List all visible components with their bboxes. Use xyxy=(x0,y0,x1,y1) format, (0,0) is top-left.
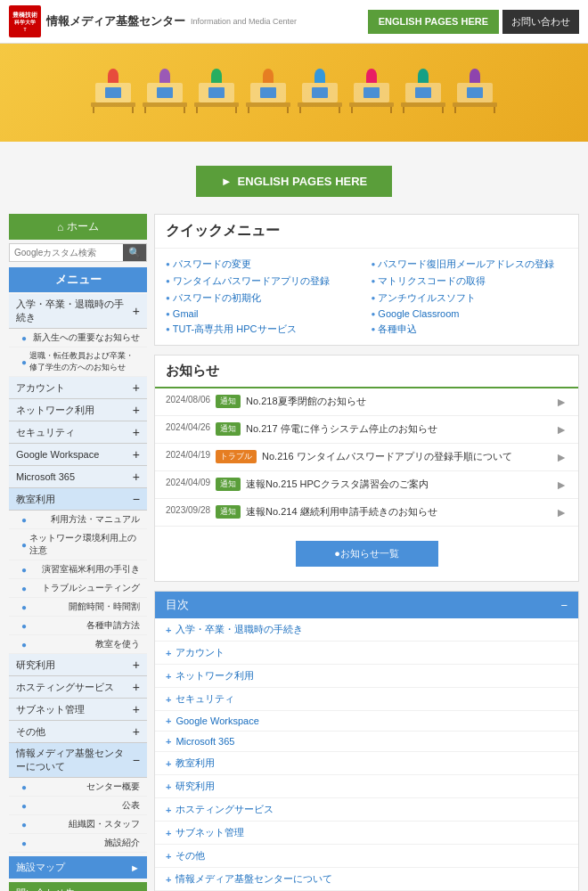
quick-menu-item-otp-register[interactable]: ワンタイムパスワードアプリの登録 xyxy=(166,273,363,290)
sidebar-item-seminar-guide[interactable]: ●演習室福米利用の手引き xyxy=(9,560,147,579)
sidebar-item-use-classroom[interactable]: ●教室を使う xyxy=(9,635,147,654)
news-date-3: 2024/04/19 xyxy=(166,450,210,460)
toc-section: 目次 − 入学・卒業・退職時の手続き アカウント ネットワーク利用 セキュリティ… xyxy=(154,591,579,891)
chevron-right-icon-map: ► xyxy=(130,862,140,873)
sidebar-item-application[interactable]: ●各種申請方法 xyxy=(9,617,147,635)
sidebar-section-about[interactable]: 情報メディア基盤センターについて − xyxy=(9,743,147,778)
sidebar-section-google[interactable]: Google Workspace + xyxy=(9,444,147,466)
sidebar-search-button[interactable]: 🔍 xyxy=(123,244,146,261)
main-layout: ⌂ ホーム 🔍 メニュー 入学・卒業・退職時の手続き + ●新入生への重要なお知… xyxy=(0,214,588,891)
center-name-en: Information and Media Center xyxy=(191,17,297,26)
sidebar-item-publications[interactable]: ●公表 xyxy=(9,797,147,815)
quick-menu-grid: パスワードの変更 ワンタイムパスワードアプリの登録 パスワードの初期化 Gmai… xyxy=(155,249,578,345)
toc-item-7[interactable]: 教室利用 xyxy=(155,752,578,775)
sidebar-menu-header: メニュー xyxy=(9,267,147,292)
contact-button[interactable]: お問い合わせ xyxy=(502,10,579,34)
sidebar-section-security[interactable]: セキュリティ + xyxy=(9,421,147,444)
plus-icon-5: + xyxy=(133,447,140,462)
sidebar-item-facility[interactable]: ●施設紹介 xyxy=(9,834,147,853)
quick-menu-item-google-classroom[interactable]: Google Classroom xyxy=(372,307,568,321)
university-logo-icon: 豊橋技術 科学大学 T xyxy=(9,5,41,37)
quick-menu-item-recovery-email[interactable]: パスワード復旧用メールアドレスの登録 xyxy=(372,256,568,273)
plus-icon-7: + xyxy=(133,658,140,672)
quick-menu-item-applications[interactable]: 各種申込 xyxy=(372,321,568,338)
toc-item-8[interactable]: 研究利用 xyxy=(155,775,578,798)
plus-icon-3: + xyxy=(133,403,140,417)
quick-menu-item-hpc[interactable]: TUT-高専共用 HPCサービス xyxy=(166,321,363,338)
svg-text:T: T xyxy=(23,27,26,32)
toc-item-9[interactable]: ホスティングサービス xyxy=(155,798,578,822)
news-badge-5: 通知 xyxy=(216,505,241,519)
toc-title: 目次 xyxy=(166,597,189,613)
quick-menu-item-password-reset[interactable]: パスワードの初期化 xyxy=(166,290,363,307)
news-badge-4: 通知 xyxy=(216,478,241,491)
sidebar-item-org-staff[interactable]: ●組織図・スタッフ xyxy=(9,815,147,834)
english-banner-center[interactable]: ► ENGLISH PAGES HERE xyxy=(196,166,392,197)
quick-menu-item-antivirus[interactable]: アンチウイルスソフト xyxy=(372,290,568,307)
toc-item-6[interactable]: Microsoft 365 xyxy=(155,732,578,752)
plus-icon-8: + xyxy=(133,680,140,694)
news-text-5: 速報No.214 継続利用申請手続きのお知らせ xyxy=(246,505,550,519)
sidebar-section-entrance[interactable]: 入学・卒業・退職時の手続き + xyxy=(9,294,147,329)
person-desk-6 xyxy=(349,72,394,113)
quick-menu-item-matrix-code[interactable]: マトリクスコードの取得 xyxy=(372,273,568,290)
sidebar-item-center-overview[interactable]: ●センター概要 xyxy=(9,778,147,797)
toc-header: 目次 − xyxy=(155,592,578,618)
sidebar-home-button[interactable]: ⌂ ホーム xyxy=(9,214,147,240)
chevron-right-icon-news-1: ► xyxy=(555,395,568,409)
news-text-1: No.218夏季閉館のお知らせ xyxy=(246,395,550,408)
header-logo: 豊橋技術 科学大学 T 情報メディア基盤センター Information and… xyxy=(9,5,368,37)
toc-item-2[interactable]: アカウント xyxy=(155,642,578,665)
hero-illustration xyxy=(82,72,506,113)
news-item-1[interactable]: 2024/08/06 通知 No.218夏季閉館のお知らせ ► xyxy=(155,388,578,416)
toc-item-4[interactable]: セキュリティ xyxy=(155,688,578,711)
home-icon: ⌂ xyxy=(57,221,63,233)
quick-menu-item-password-change[interactable]: パスワードの変更 xyxy=(166,256,363,273)
toc-item-5[interactable]: Google Workspace xyxy=(155,711,578,732)
sidebar-section-classroom[interactable]: 教室利用 − xyxy=(9,488,147,511)
sidebar-home-label: ホーム xyxy=(67,219,99,234)
sidebar-section-other[interactable]: その他 + xyxy=(9,721,147,743)
person-desk-4 xyxy=(246,72,290,113)
hero-banner xyxy=(0,44,588,142)
quick-menu-item-gmail[interactable]: Gmail xyxy=(166,307,363,321)
main-content: クイックメニュー パスワードの変更 ワンタイムパスワードアプリの登録 パスワード… xyxy=(154,214,579,891)
sidebar-inquiry-button[interactable]: 問い合わせ先 ► xyxy=(9,882,147,891)
sidebar-section-network[interactable]: ネットワーク利用 + xyxy=(9,399,147,421)
news-text-4: 速報No.215 HPCクラスタ講習会のご案内 xyxy=(246,478,550,491)
sidebar-map-label: 施設マップ xyxy=(16,861,65,874)
sidebar-section-subnet[interactable]: サブネット管理 + xyxy=(9,699,147,721)
person-desk-3 xyxy=(194,72,239,113)
sidebar-section-research[interactable]: 研究利用 + xyxy=(9,654,147,676)
minus-icon: − xyxy=(133,492,140,506)
sidebar-item-manual[interactable]: ●利用方法・マニュアル xyxy=(9,511,147,529)
news-item-3[interactable]: 2024/04/19 トラブル No.216 ワンタイムパスワードアプリの登録手… xyxy=(155,444,578,471)
sidebar-item-retirement[interactable]: ●退職・転任教員および卒業・修了学生の方へのお知らせ xyxy=(9,347,147,377)
toc-item-12[interactable]: 情報メディア基盤センターについて xyxy=(155,868,578,891)
toc-item-3[interactable]: ネットワーク利用 xyxy=(155,665,578,688)
sidebar-search-input[interactable] xyxy=(10,244,123,261)
toc-item-11[interactable]: その他 xyxy=(155,845,578,868)
minus-icon-toc: − xyxy=(560,599,568,612)
sidebar-item-new-students[interactable]: ●新入生への重要なお知らせ xyxy=(9,329,147,347)
news-item-2[interactable]: 2024/04/26 通知 No.217 停電に伴うシステム停止のお知らせ ► xyxy=(155,416,578,444)
chevron-right-icon-news-2: ► xyxy=(555,422,568,437)
sidebar-section-microsoft[interactable]: Microsoft 365 + xyxy=(9,466,147,488)
toc-item-10[interactable]: サブネット管理 xyxy=(155,822,578,845)
sidebar-map-button[interactable]: 施設マップ ► xyxy=(9,856,147,879)
sidebar-section-account[interactable]: アカウント + xyxy=(9,377,147,399)
news-all-button[interactable]: ●お知らせ一覧 xyxy=(296,541,438,567)
sidebar-item-network-notes[interactable]: ●ネットワーク環境利用上の注意 xyxy=(9,529,147,560)
news-item-4[interactable]: 2024/04/09 通知 速報No.215 HPCクラスタ講習会のご案内 ► xyxy=(155,471,578,499)
news-date-1: 2024/08/06 xyxy=(166,395,210,405)
sidebar-item-hours[interactable]: ●開館時間・時間割 xyxy=(9,598,147,617)
sidebar-item-troubleshoot[interactable]: ●トラブルシューティング xyxy=(9,579,147,598)
english-banner-label: ENGLISH PAGES HERE xyxy=(238,175,368,188)
toc-item-1[interactable]: 入学・卒業・退職時の手続き xyxy=(155,618,578,642)
svg-text:豊橋技術: 豊橋技術 xyxy=(12,11,38,18)
news-badge-2: 通知 xyxy=(216,422,241,436)
sidebar-section-hosting[interactable]: ホスティングサービス + xyxy=(9,676,147,699)
news-item-5[interactable]: 2023/09/28 通知 速報No.214 継続利用申請手続きのお知らせ ► xyxy=(155,499,578,527)
english-pages-button[interactable]: ENGLISH PAGES HERE xyxy=(368,10,499,34)
news-text-2: No.217 停電に伴うシステム停止のお知らせ xyxy=(246,422,550,436)
